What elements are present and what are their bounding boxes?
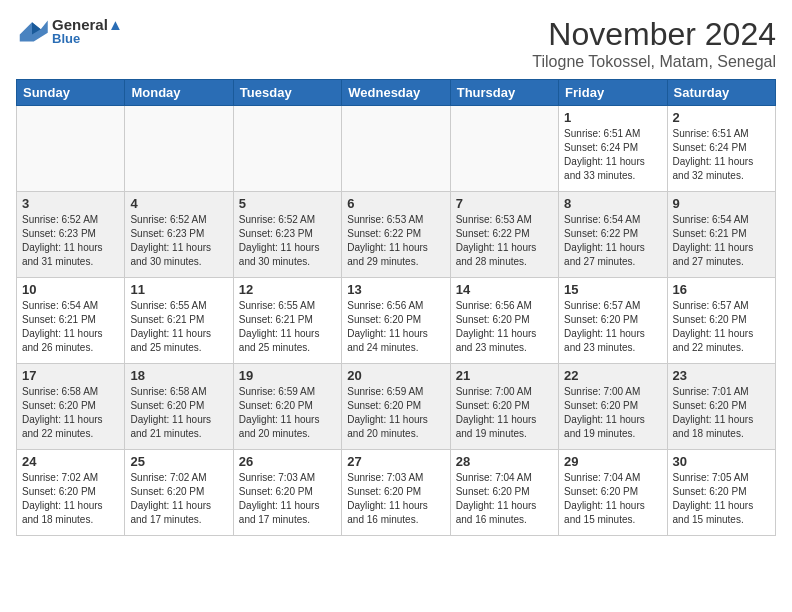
calendar-table: SundayMondayTuesdayWednesdayThursdayFrid… [16, 79, 776, 536]
calendar-cell [233, 106, 341, 192]
calendar-cell [17, 106, 125, 192]
calendar-cell: 9Sunrise: 6:54 AM Sunset: 6:21 PM Daylig… [667, 192, 775, 278]
weekday-header-sunday: Sunday [17, 80, 125, 106]
calendar-cell [450, 106, 558, 192]
logo-icon [16, 17, 48, 45]
day-number: 1 [564, 110, 661, 125]
day-number: 30 [673, 454, 770, 469]
day-number: 29 [564, 454, 661, 469]
calendar-cell: 23Sunrise: 7:01 AM Sunset: 6:20 PM Dayli… [667, 364, 775, 450]
day-info: Sunrise: 7:04 AM Sunset: 6:20 PM Dayligh… [456, 471, 553, 527]
day-info: Sunrise: 6:54 AM Sunset: 6:21 PM Dayligh… [22, 299, 119, 355]
day-info: Sunrise: 6:51 AM Sunset: 6:24 PM Dayligh… [673, 127, 770, 183]
day-info: Sunrise: 7:04 AM Sunset: 6:20 PM Dayligh… [564, 471, 661, 527]
month-title: November 2024 [532, 16, 776, 53]
day-number: 20 [347, 368, 444, 383]
day-info: Sunrise: 6:56 AM Sunset: 6:20 PM Dayligh… [456, 299, 553, 355]
day-info: Sunrise: 6:52 AM Sunset: 6:23 PM Dayligh… [130, 213, 227, 269]
day-info: Sunrise: 7:00 AM Sunset: 6:20 PM Dayligh… [564, 385, 661, 441]
calendar-cell: 6Sunrise: 6:53 AM Sunset: 6:22 PM Daylig… [342, 192, 450, 278]
calendar-cell: 8Sunrise: 6:54 AM Sunset: 6:22 PM Daylig… [559, 192, 667, 278]
logo: General▲ Blue [16, 16, 123, 46]
day-info: Sunrise: 6:55 AM Sunset: 6:21 PM Dayligh… [130, 299, 227, 355]
day-number: 15 [564, 282, 661, 297]
day-number: 23 [673, 368, 770, 383]
day-number: 24 [22, 454, 119, 469]
calendar-cell: 13Sunrise: 6:56 AM Sunset: 6:20 PM Dayli… [342, 278, 450, 364]
calendar-cell: 12Sunrise: 6:55 AM Sunset: 6:21 PM Dayli… [233, 278, 341, 364]
calendar-cell: 16Sunrise: 6:57 AM Sunset: 6:20 PM Dayli… [667, 278, 775, 364]
day-info: Sunrise: 7:01 AM Sunset: 6:20 PM Dayligh… [673, 385, 770, 441]
calendar-cell: 15Sunrise: 6:57 AM Sunset: 6:20 PM Dayli… [559, 278, 667, 364]
day-number: 4 [130, 196, 227, 211]
day-info: Sunrise: 6:56 AM Sunset: 6:20 PM Dayligh… [347, 299, 444, 355]
day-info: Sunrise: 7:05 AM Sunset: 6:20 PM Dayligh… [673, 471, 770, 527]
calendar-cell: 22Sunrise: 7:00 AM Sunset: 6:20 PM Dayli… [559, 364, 667, 450]
day-number: 18 [130, 368, 227, 383]
day-number: 12 [239, 282, 336, 297]
day-info: Sunrise: 6:54 AM Sunset: 6:22 PM Dayligh… [564, 213, 661, 269]
day-number: 26 [239, 454, 336, 469]
day-number: 16 [673, 282, 770, 297]
day-info: Sunrise: 7:00 AM Sunset: 6:20 PM Dayligh… [456, 385, 553, 441]
calendar-cell: 30Sunrise: 7:05 AM Sunset: 6:20 PM Dayli… [667, 450, 775, 536]
day-info: Sunrise: 6:52 AM Sunset: 6:23 PM Dayligh… [22, 213, 119, 269]
weekday-header-friday: Friday [559, 80, 667, 106]
day-number: 27 [347, 454, 444, 469]
calendar-cell: 29Sunrise: 7:04 AM Sunset: 6:20 PM Dayli… [559, 450, 667, 536]
day-info: Sunrise: 6:55 AM Sunset: 6:21 PM Dayligh… [239, 299, 336, 355]
day-number: 21 [456, 368, 553, 383]
day-number: 3 [22, 196, 119, 211]
day-number: 22 [564, 368, 661, 383]
page-header: General▲ Blue November 2024 Tilogne Toko… [16, 16, 776, 71]
day-info: Sunrise: 6:59 AM Sunset: 6:20 PM Dayligh… [347, 385, 444, 441]
day-info: Sunrise: 6:51 AM Sunset: 6:24 PM Dayligh… [564, 127, 661, 183]
day-info: Sunrise: 7:03 AM Sunset: 6:20 PM Dayligh… [239, 471, 336, 527]
day-number: 6 [347, 196, 444, 211]
calendar-cell: 11Sunrise: 6:55 AM Sunset: 6:21 PM Dayli… [125, 278, 233, 364]
day-number: 17 [22, 368, 119, 383]
day-number: 11 [130, 282, 227, 297]
day-info: Sunrise: 6:59 AM Sunset: 6:20 PM Dayligh… [239, 385, 336, 441]
calendar-cell: 20Sunrise: 6:59 AM Sunset: 6:20 PM Dayli… [342, 364, 450, 450]
weekday-header-saturday: Saturday [667, 80, 775, 106]
day-info: Sunrise: 6:57 AM Sunset: 6:20 PM Dayligh… [673, 299, 770, 355]
day-number: 10 [22, 282, 119, 297]
day-number: 25 [130, 454, 227, 469]
calendar-cell: 25Sunrise: 7:02 AM Sunset: 6:20 PM Dayli… [125, 450, 233, 536]
day-info: Sunrise: 6:54 AM Sunset: 6:21 PM Dayligh… [673, 213, 770, 269]
day-info: Sunrise: 6:58 AM Sunset: 6:20 PM Dayligh… [22, 385, 119, 441]
weekday-header-wednesday: Wednesday [342, 80, 450, 106]
day-info: Sunrise: 7:03 AM Sunset: 6:20 PM Dayligh… [347, 471, 444, 527]
week-row-0: 1Sunrise: 6:51 AM Sunset: 6:24 PM Daylig… [17, 106, 776, 192]
day-info: Sunrise: 6:57 AM Sunset: 6:20 PM Dayligh… [564, 299, 661, 355]
weekday-header-row: SundayMondayTuesdayWednesdayThursdayFrid… [17, 80, 776, 106]
calendar-cell: 14Sunrise: 6:56 AM Sunset: 6:20 PM Dayli… [450, 278, 558, 364]
calendar-cell: 7Sunrise: 6:53 AM Sunset: 6:22 PM Daylig… [450, 192, 558, 278]
calendar-cell: 1Sunrise: 6:51 AM Sunset: 6:24 PM Daylig… [559, 106, 667, 192]
calendar-cell: 19Sunrise: 6:59 AM Sunset: 6:20 PM Dayli… [233, 364, 341, 450]
calendar-cell [342, 106, 450, 192]
calendar-cell: 21Sunrise: 7:00 AM Sunset: 6:20 PM Dayli… [450, 364, 558, 450]
day-number: 8 [564, 196, 661, 211]
calendar-cell: 2Sunrise: 6:51 AM Sunset: 6:24 PM Daylig… [667, 106, 775, 192]
day-number: 13 [347, 282, 444, 297]
calendar-cell [125, 106, 233, 192]
day-number: 2 [673, 110, 770, 125]
calendar-cell: 10Sunrise: 6:54 AM Sunset: 6:21 PM Dayli… [17, 278, 125, 364]
day-info: Sunrise: 6:53 AM Sunset: 6:22 PM Dayligh… [347, 213, 444, 269]
day-info: Sunrise: 6:52 AM Sunset: 6:23 PM Dayligh… [239, 213, 336, 269]
week-row-1: 3Sunrise: 6:52 AM Sunset: 6:23 PM Daylig… [17, 192, 776, 278]
day-number: 5 [239, 196, 336, 211]
calendar-cell: 17Sunrise: 6:58 AM Sunset: 6:20 PM Dayli… [17, 364, 125, 450]
day-number: 14 [456, 282, 553, 297]
week-row-2: 10Sunrise: 6:54 AM Sunset: 6:21 PM Dayli… [17, 278, 776, 364]
logo-text: General▲ Blue [52, 16, 123, 46]
day-info: Sunrise: 7:02 AM Sunset: 6:20 PM Dayligh… [130, 471, 227, 527]
day-info: Sunrise: 6:58 AM Sunset: 6:20 PM Dayligh… [130, 385, 227, 441]
day-number: 7 [456, 196, 553, 211]
week-row-3: 17Sunrise: 6:58 AM Sunset: 6:20 PM Dayli… [17, 364, 776, 450]
week-row-4: 24Sunrise: 7:02 AM Sunset: 6:20 PM Dayli… [17, 450, 776, 536]
calendar-cell: 3Sunrise: 6:52 AM Sunset: 6:23 PM Daylig… [17, 192, 125, 278]
day-info: Sunrise: 6:53 AM Sunset: 6:22 PM Dayligh… [456, 213, 553, 269]
